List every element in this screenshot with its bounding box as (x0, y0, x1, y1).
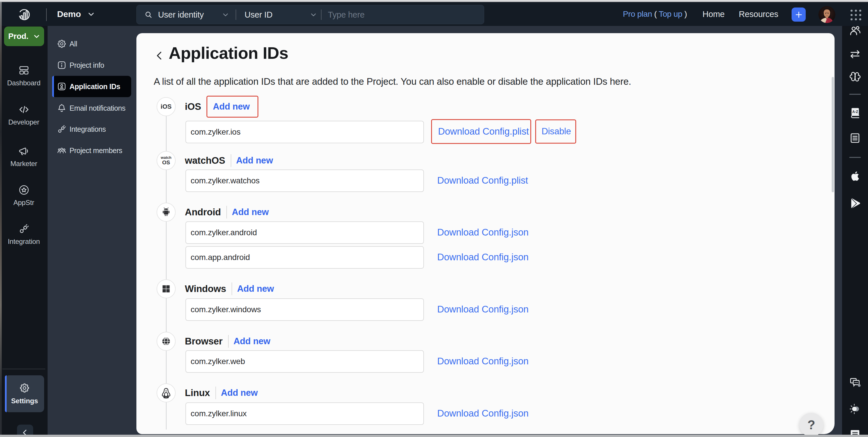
apple-icon[interactable] (849, 170, 861, 183)
gear-icon (57, 39, 67, 49)
rail-item-settings[interactable]: Settings (5, 375, 44, 412)
subnav-item-project-members[interactable]: Project members (52, 140, 131, 161)
resources-link[interactable]: Resources (739, 9, 778, 19)
subnav-item-application-ids[interactable]: Application IDs (52, 76, 131, 97)
watchos-section-header: watchOS Add new (185, 151, 273, 170)
ios-badge: iOS (157, 97, 176, 116)
badge-text: iOS (161, 103, 172, 110)
platform-label: watchOS (185, 155, 225, 166)
environment-label: Prod. (8, 32, 28, 41)
platform-label: Browser (185, 336, 223, 347)
android-app-row: com.app.android Download Config.json (185, 246, 424, 269)
plan-topup-link[interactable]: Pro plan ( Top up ) (623, 9, 687, 19)
ios-section-header: iOS Add new (185, 97, 251, 116)
platform-label: Android (185, 207, 221, 218)
toolbar-divider (849, 94, 861, 95)
megaphone-icon (18, 145, 30, 157)
topup-label: Top up (659, 9, 682, 19)
windows-badge (157, 279, 176, 298)
subnav-item-label: Integrations (69, 125, 106, 133)
dashboard-icon (18, 65, 30, 76)
user-avatar[interactable] (818, 6, 835, 23)
add-new-windows-link[interactable]: Add new (237, 284, 274, 294)
help-label: ? (807, 418, 815, 432)
home-link[interactable]: Home (703, 9, 725, 19)
subnav-item-label: All (69, 40, 77, 48)
subnav-item-email-notifications[interactable]: Email notifications (52, 97, 131, 119)
chevron-left-icon (21, 428, 29, 435)
rail-item-developer[interactable]: Developer (0, 104, 48, 126)
plan-name: Pro plan (623, 9, 652, 19)
platform-label: iOS (185, 101, 201, 112)
subnav-item-integrations[interactable]: Integrations (52, 119, 131, 140)
download-config-link[interactable]: Download Config.plist (431, 119, 531, 144)
left-rail: Prod. Dashboard Developer Marketer AppSt… (0, 26, 48, 435)
add-new-ios-link[interactable]: Add new (207, 96, 258, 118)
svg-text:A-Z: A-Z (852, 110, 858, 114)
google-play-icon[interactable] (849, 197, 861, 210)
windows-app-row: com.zylker.windows Download Config.json (185, 298, 424, 321)
app-id-field[interactable]: com.zylker.android (185, 221, 424, 244)
az-book-icon[interactable]: A-Z (849, 106, 861, 119)
info-icon (57, 60, 67, 70)
android-icon (161, 207, 171, 217)
document-icon[interactable] (849, 132, 861, 145)
disable-link[interactable]: Disable (535, 119, 576, 144)
card-scrollbar[interactable] (832, 77, 834, 192)
add-button[interactable] (792, 7, 806, 22)
gear-icon (19, 382, 30, 394)
header-divider (231, 154, 231, 167)
add-new-watchos-link[interactable]: Add new (236, 155, 273, 166)
page-title: Application IDs (169, 43, 288, 63)
swap-arrows-icon[interactable] (849, 48, 861, 61)
help-button[interactable]: ? (799, 413, 823, 437)
download-config-link[interactable]: Download Config.plist (437, 175, 528, 186)
globe-icon (161, 336, 171, 346)
add-new-linux-link[interactable]: Add new (221, 388, 258, 398)
apps-grid-icon[interactable] (849, 8, 863, 22)
bell-icon (57, 103, 67, 113)
download-config-link[interactable]: Download Config.json (437, 252, 529, 262)
window-bottom-edge (0, 435, 868, 437)
clover-icon[interactable] (849, 70, 861, 83)
linux-app-row: com.zylker.linux Download Config.json (185, 402, 424, 425)
environment-switcher[interactable]: Prod. (4, 27, 44, 46)
rail-item-marketer[interactable]: Marketer (0, 145, 48, 168)
subnav-item-label: Project info (69, 61, 104, 69)
app-id-field[interactable]: com.zylker.windows (185, 298, 424, 321)
subnav-item-all[interactable]: All (52, 33, 131, 55)
chat-badge-icon[interactable] (849, 376, 861, 389)
penguin-icon (160, 387, 172, 399)
app-id-field[interactable]: com.app.android (185, 246, 424, 269)
rail-item-label: AppStr (13, 198, 34, 207)
id-card-icon (57, 82, 67, 91)
browser-app-row: com.zylker.web Download Config.json (185, 350, 424, 373)
rail-item-label: Developer (8, 118, 39, 126)
app-id-field[interactable]: com.zylker.ios (185, 121, 424, 143)
windows-icon (161, 284, 171, 294)
page-description: A list of all the application IDs that a… (154, 76, 631, 87)
rail-item-appstr[interactable]: AppStr (0, 184, 48, 207)
app-id-field[interactable]: com.zylker.web (185, 350, 424, 373)
back-button[interactable] (153, 49, 166, 62)
watchos-badge: watchOS (157, 151, 176, 170)
subnav-item-label: Project members (69, 147, 122, 155)
collapse-sidebar-button[interactable] (17, 425, 33, 435)
browser-section-header: Browser Add new (185, 332, 270, 351)
android-section-header: Android Add new (185, 202, 269, 222)
rail-item-integration[interactable]: Integration (0, 223, 48, 246)
download-config-link[interactable]: Download Config.json (437, 304, 529, 315)
people-group-icon[interactable] (849, 25, 861, 37)
add-new-android-link[interactable]: Add new (232, 207, 269, 217)
subnav-item-project-info[interactable]: Project info (52, 55, 131, 76)
topbar: Demo User identity User ID Type here Pro… (0, 2, 868, 26)
download-config-link[interactable]: Download Config.json (437, 227, 529, 238)
download-config-link[interactable]: Download Config.json (437, 408, 529, 419)
brightness-icon[interactable] (849, 402, 861, 415)
app-id-field[interactable]: com.zylker.watchos (185, 169, 424, 192)
platform-label: Windows (185, 283, 226, 294)
rail-item-dashboard[interactable]: Dashboard (0, 65, 48, 87)
add-new-browser-link[interactable]: Add new (234, 336, 271, 346)
app-id-field[interactable]: com.zylker.linux (185, 402, 424, 425)
download-config-link[interactable]: Download Config.json (437, 356, 529, 367)
